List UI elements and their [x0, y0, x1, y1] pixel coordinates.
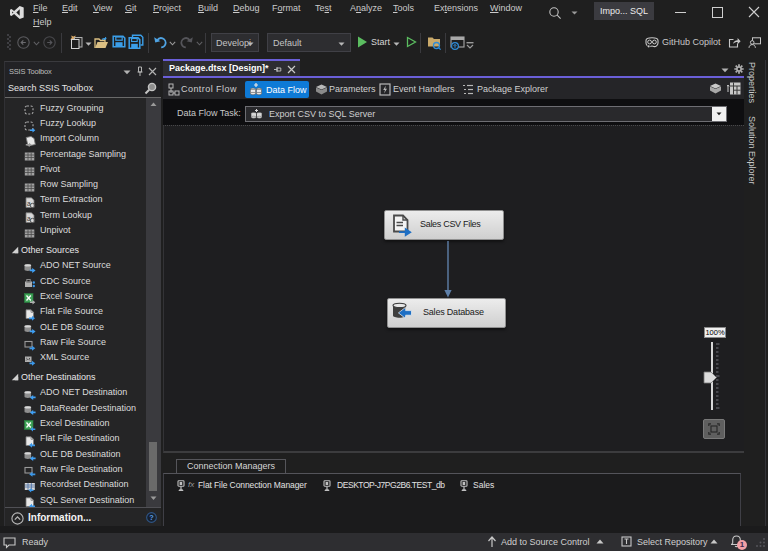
svg-text:?: ?	[149, 513, 154, 522]
